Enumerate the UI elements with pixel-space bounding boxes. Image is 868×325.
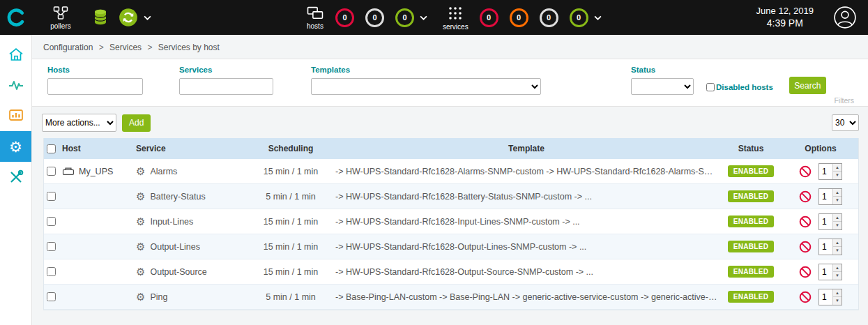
row-checkbox[interactable] [47, 167, 56, 176]
more-actions-select[interactable]: More actions... [42, 114, 116, 132]
service-link[interactable]: Output-Lines [150, 242, 200, 252]
services-filter-input[interactable] [179, 78, 273, 95]
duplicate-count-input[interactable] [819, 264, 832, 280]
gear-icon: ⚙ [136, 166, 145, 176]
add-button[interactable]: Add [122, 114, 151, 132]
user-profile-icon[interactable] [833, 6, 857, 29]
services-menu[interactable]: services [443, 5, 469, 31]
disable-icon[interactable] [799, 291, 812, 303]
number-spinner: ▲▼ [832, 214, 842, 229]
spinner-down-icon[interactable]: ▼ [833, 271, 842, 280]
services-critical-counter[interactable]: 0 [480, 8, 498, 27]
duplicate-count-input[interactable] [819, 239, 832, 255]
duplicate-count-input[interactable] [819, 164, 832, 179]
row-checkbox[interactable] [47, 217, 56, 226]
pollers-menu[interactable]: pollers [45, 6, 77, 30]
header-options[interactable]: Options [783, 144, 858, 153]
duplicate-count-input[interactable] [819, 189, 832, 204]
chevron-down-icon[interactable] [594, 15, 602, 20]
hosts-filter-input[interactable] [47, 78, 143, 95]
duplicate-count-input[interactable] [819, 214, 832, 229]
spinner-up-icon[interactable]: ▲ [833, 264, 842, 272]
status-cell: ENABLED [719, 241, 783, 252]
header-template[interactable]: Template [334, 144, 719, 153]
disable-icon[interactable] [799, 216, 812, 228]
status-badge: ENABLED [728, 266, 774, 278]
disabled-hosts-checkbox[interactable] [706, 83, 715, 91]
duplicate-count-field: ▲▼ [818, 239, 842, 255]
sidebar-item-monitoring[interactable] [0, 70, 31, 100]
templates-filter-select[interactable] [311, 78, 541, 95]
disable-icon[interactable] [799, 266, 812, 278]
centreon-logo[interactable] [0, 0, 32, 35]
status-cell: ENABLED [719, 291, 783, 303]
template-cell: -> Base-Ping-LAN-custom -> Base-Ping-LAN… [334, 292, 719, 302]
scheduling-cell: 15 min / 1 min [248, 167, 334, 176]
table-row: ⚙ Battery-Status 5 min / 1 min -> HW-UPS… [44, 184, 858, 209]
disable-icon[interactable] [799, 190, 812, 203]
sidebar-item-reporting[interactable] [0, 100, 31, 131]
disable-icon[interactable] [799, 165, 812, 178]
search-button[interactable]: Search [789, 77, 826, 94]
spinner-up-icon[interactable]: ▲ [833, 239, 842, 247]
spinner-up-icon[interactable]: ▲ [833, 214, 842, 222]
services-ok-counter[interactable]: 0 [570, 8, 588, 27]
service-link[interactable]: Input-Lines [150, 217, 193, 227]
header-service[interactable]: Service [135, 144, 248, 153]
spinner-down-icon[interactable]: ▼ [833, 196, 842, 204]
spinner-up-icon[interactable]: ▲ [833, 189, 842, 197]
breadcrumb-services-by-host[interactable]: Services by host [158, 43, 220, 52]
sidebar-item-administration[interactable] [0, 162, 31, 192]
hosts-up-counter[interactable]: 0 [395, 8, 414, 27]
hosts-menu[interactable]: hosts [306, 6, 324, 30]
number-spinner: ▲▼ [832, 264, 842, 280]
database-icon[interactable] [92, 8, 109, 27]
duplicate-count-field: ▲▼ [818, 188, 842, 205]
row-checkbox[interactable] [47, 242, 56, 251]
service-cell: ⚙ Input-Lines [135, 216, 248, 227]
host-icon [62, 167, 75, 176]
sync-status-icon[interactable] [119, 8, 138, 27]
sidebar-item-configuration[interactable]: ⚙ [0, 131, 31, 162]
chevron-down-icon[interactable] [144, 15, 151, 20]
service-link[interactable]: Alarms [150, 167, 177, 176]
service-link[interactable]: Ping [150, 292, 167, 302]
service-link[interactable]: Battery-Status [150, 192, 205, 202]
spinner-up-icon[interactable]: ▲ [833, 289, 842, 297]
spinner-down-icon[interactable]: ▼ [833, 246, 842, 255]
spinner-down-icon[interactable]: ▼ [833, 171, 842, 179]
number-spinner: ▲▼ [832, 189, 842, 204]
duplicate-count-input[interactable] [819, 289, 832, 305]
hosts-unreachable-counter[interactable]: 0 [365, 8, 384, 27]
host-link[interactable]: My_UPS [79, 167, 113, 176]
chart-icon [8, 107, 24, 124]
template-cell: -> HW-UPS-Standard-Rfc1628-Output-Lines-… [334, 242, 719, 252]
spinner-down-icon[interactable]: ▼ [833, 221, 842, 229]
select-all-checkbox[interactable] [47, 144, 56, 153]
disable-icon[interactable] [799, 241, 812, 253]
spinner-up-icon[interactable]: ▲ [833, 164, 842, 172]
template-cell: -> HW-UPS-Standard-Rfc1628-Battery-Statu… [334, 192, 719, 202]
header-scheduling[interactable]: Scheduling [248, 144, 334, 153]
template-cell: -> HW-UPS-Standard-Rfc1628-Output-Source… [334, 267, 719, 277]
breadcrumb-services[interactable]: Services [109, 43, 142, 52]
breadcrumb-configuration[interactable]: Configuration [43, 43, 93, 52]
row-checkbox[interactable] [47, 292, 56, 301]
services-warning-counter[interactable]: 0 [510, 8, 528, 27]
spinner-down-icon[interactable]: ▼ [833, 296, 842, 305]
services-unknown-counter[interactable]: 0 [540, 8, 558, 27]
row-checkbox[interactable] [47, 267, 56, 276]
sidebar-item-home[interactable] [0, 39, 31, 70]
clock: June 12, 2019 4:39 PM [756, 5, 814, 30]
header-status[interactable]: Status [719, 144, 783, 153]
page-size-select[interactable]: 30 [832, 114, 859, 131]
status-filter-select[interactable] [631, 78, 694, 95]
service-link[interactable]: Output-Source [150, 267, 206, 277]
row-checkbox[interactable] [47, 192, 56, 201]
hosts-down-counter[interactable]: 0 [335, 8, 354, 27]
chevron-down-icon[interactable] [420, 15, 427, 20]
header-host[interactable]: Host [61, 144, 135, 153]
status-badge: ENABLED [728, 241, 774, 252]
disabled-hosts-checkbox-group[interactable]: Disabled hosts [706, 83, 773, 91]
duplicate-count-field: ▲▼ [818, 289, 842, 305]
